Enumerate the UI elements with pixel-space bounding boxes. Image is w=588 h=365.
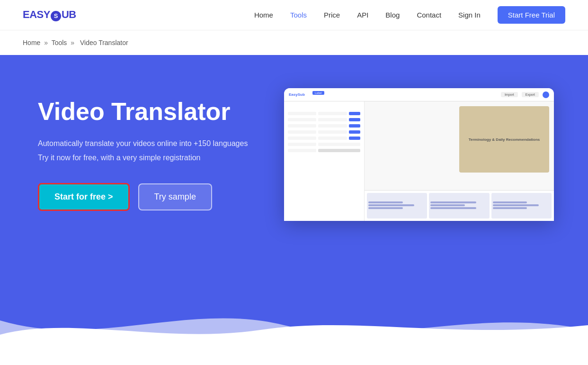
hero-subtext: Try it now for free, with a very simple … [38,154,265,162]
hero-right: EasySub Import Export Label [265,83,554,221]
breadcrumb: Home » Tools » Video Translator [0,30,588,55]
app-bar: EasySub Import Export [284,88,554,101]
app-user-avatar [543,91,549,98]
header: EASYSUB Home Tools Price API Blog Contac… [0,0,588,30]
strip-item-1 [367,193,427,219]
app-sidebar-row-6 [286,142,362,147]
app-main: Terminology & Daily Recommendations [365,101,554,221]
nav: Home Tools Price API Blog Contact Sign I… [254,6,565,24]
app-video-text: Terminology & Daily Recommendations [464,133,545,146]
app-import-btn[interactable]: Import [501,92,518,97]
logo[interactable]: EASYSUB [23,9,76,21]
try-sample-button[interactable]: Try sample [138,183,212,210]
start-free-trial-button[interactable]: Start Free Trial [498,6,565,24]
start-for-free-button[interactable]: Start for free > [38,183,130,211]
strip-item-3 [491,193,552,219]
app-sidebar-row-2 [286,117,362,122]
strip-item-2 [429,193,489,219]
nav-price[interactable]: Price [324,11,340,19]
app-export-btn[interactable]: Export [522,92,539,97]
below-hero [0,358,588,365]
app-screenshot: EasySub Import Export Label [284,88,554,221]
app-sidebar: Label [284,101,365,221]
app-sidebar-row-1 [286,111,362,116]
nav-blog[interactable]: Blog [385,11,400,19]
breadcrumb-sep2: » [71,39,74,46]
logo-suffix: UB [62,9,76,20]
breadcrumb-current: Video Translator [80,39,128,46]
app-video-area: Terminology & Daily Recommendations [459,106,549,173]
hero-title: Video Translator [38,98,265,126]
nav-tools[interactable]: Tools [290,11,307,19]
hero-subtitle: Automatically translate your videos onli… [38,139,265,148]
logo-s: S [51,11,61,21]
wave-container [0,301,588,358]
breadcrumb-tools[interactable]: Tools [52,39,67,46]
logo-text: EASYSUB [23,9,76,21]
app-sidebar-row-4 [286,129,362,135]
nav-api[interactable]: API [357,11,368,19]
nav-home[interactable]: Home [254,11,273,19]
hero-section: Video Translator Automatically translate… [0,55,588,301]
nav-sign-in[interactable]: Sign In [458,11,481,19]
app-sidebar-row-7 [286,148,362,153]
app-sidebar-row-5 [286,136,362,141]
app-body: Label [284,101,554,221]
app-bottom-strip [365,190,554,221]
nav-contact[interactable]: Contact [417,11,441,19]
breadcrumb-home[interactable]: Home [23,39,40,46]
app-logo-small: EasySub [289,92,305,97]
wave-svg [0,301,588,358]
hero-buttons: Start for free > Try sample [38,183,265,211]
breadcrumb-sep1: » [44,39,48,46]
app-sidebar-row-3 [286,123,362,128]
logo-prefix: EASY [23,9,50,20]
hero-left: Video Translator Automatically translate… [38,83,265,211]
